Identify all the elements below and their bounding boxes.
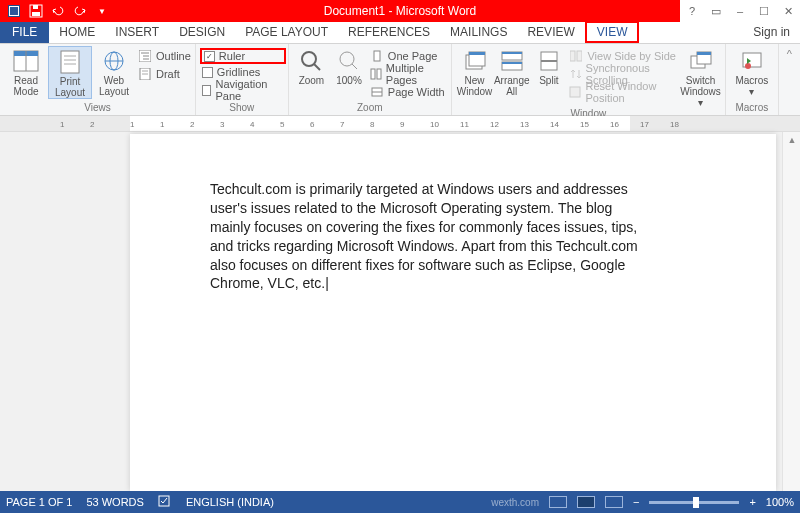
print-layout-view-button[interactable]	[577, 496, 595, 508]
sign-in-link[interactable]: Sign in	[743, 21, 800, 43]
horizontal-ruler[interactable]: 121123456789101112131415161718	[0, 116, 800, 132]
tab-insert[interactable]: INSERT	[105, 21, 169, 43]
zoom-slider[interactable]	[649, 501, 739, 504]
scroll-up-button[interactable]: ▲	[783, 132, 800, 148]
sync-scroll-icon	[569, 67, 581, 81]
print-layout-button[interactable]: Print Layout	[48, 46, 92, 99]
svg-rect-9	[61, 51, 79, 73]
web-layout-view-button[interactable]	[605, 496, 623, 508]
save-button[interactable]	[26, 2, 46, 20]
switch-windows-icon	[687, 48, 715, 74]
zoom-100-button[interactable]: 100%	[330, 46, 368, 86]
ribbon: Read Mode Print Layout Web Layout Outlin…	[0, 44, 800, 116]
svg-rect-38	[502, 62, 522, 64]
macros-button[interactable]: Macros▾	[730, 46, 774, 97]
tab-file[interactable]: FILE	[0, 21, 49, 43]
read-mode-view-button[interactable]	[549, 496, 567, 508]
group-window: New Window Arrange All Split View Side b…	[452, 44, 726, 115]
outline-button[interactable]: Outline	[138, 48, 191, 64]
tab-view[interactable]: VIEW	[585, 21, 640, 43]
help-button[interactable]: ?	[680, 0, 704, 22]
group-zoom: Zoom 100% One Page Multiple Pages Page W…	[289, 44, 452, 115]
group-views-label: Views	[4, 102, 191, 115]
checkbox-icon	[202, 85, 212, 96]
svg-point-23	[302, 52, 316, 66]
split-button[interactable]: Split	[530, 46, 567, 86]
checkbox-icon	[202, 67, 213, 78]
svg-rect-4	[33, 5, 38, 9]
status-bar: PAGE 1 OF 1 53 WORDS ENGLISH (INDIA) wex…	[0, 491, 800, 513]
reset-window-position-button: Reset Window Position	[569, 84, 680, 100]
zoom-100-icon	[335, 48, 363, 74]
new-window-icon	[461, 48, 489, 74]
page-width-icon	[370, 85, 384, 99]
ribbon-tabs: FILE HOME INSERT DESIGN PAGE LAYOUT REFE…	[0, 22, 800, 44]
multiple-pages-icon	[370, 67, 382, 81]
page-width-button[interactable]: Page Width	[370, 84, 447, 100]
reset-window-icon	[569, 85, 581, 99]
maximize-button[interactable]: ☐	[752, 0, 776, 22]
tab-references[interactable]: REFERENCES	[338, 21, 440, 43]
word-count[interactable]: 53 WORDS	[86, 496, 143, 508]
svg-rect-34	[469, 52, 485, 55]
language-indicator[interactable]: ENGLISH (INDIA)	[186, 496, 274, 508]
svg-rect-42	[577, 51, 582, 61]
zoom-level[interactable]: 100%	[766, 496, 794, 508]
zoom-out-button[interactable]: −	[633, 496, 639, 508]
tab-page-layout[interactable]: PAGE LAYOUT	[235, 21, 338, 43]
svg-rect-27	[374, 51, 380, 61]
window-title: Document1 - Microsoft Word	[324, 4, 477, 18]
one-page-icon	[370, 49, 384, 63]
web-layout-button[interactable]: Web Layout	[92, 46, 136, 97]
arrange-all-icon	[498, 48, 526, 74]
group-zoom-label: Zoom	[293, 102, 447, 115]
redo-button[interactable]	[70, 2, 90, 20]
side-by-side-icon	[569, 49, 583, 63]
group-views: Read Mode Print Layout Web Layout Outlin…	[0, 44, 196, 115]
zoom-icon	[297, 48, 325, 74]
undo-button[interactable]	[48, 2, 68, 20]
checkbox-checked-icon: ✓	[204, 51, 215, 62]
svg-rect-5	[32, 12, 40, 16]
svg-line-24	[314, 64, 320, 70]
read-mode-button[interactable]: Read Mode	[4, 46, 48, 97]
close-button[interactable]: ✕	[776, 0, 800, 22]
new-window-button[interactable]: New Window	[456, 46, 493, 97]
group-show: ✓Ruler Gridlines Navigation Pane Show	[196, 44, 289, 115]
svg-rect-41	[570, 51, 575, 61]
tab-mailings[interactable]: MAILINGS	[440, 21, 517, 43]
read-mode-icon	[12, 48, 40, 74]
title-bar: ▼ Document1 - Microsoft Word ? ▭ – ☐ ✕	[0, 0, 800, 22]
collapse-ribbon-button[interactable]: ^	[779, 44, 800, 115]
document-area: 121123456789101112131415161718 Techcult.…	[0, 116, 800, 491]
page-count[interactable]: PAGE 1 OF 1	[6, 496, 72, 508]
ribbon-options-button[interactable]: ▭	[704, 0, 728, 22]
spell-check-icon[interactable]	[158, 495, 172, 509]
svg-rect-29	[377, 69, 381, 79]
svg-line-26	[352, 64, 357, 69]
watermark-text: wexth.com	[491, 497, 539, 508]
macros-icon	[738, 48, 766, 74]
qat-dropdown[interactable]: ▼	[92, 2, 112, 20]
web-layout-icon	[100, 48, 128, 74]
svg-rect-46	[697, 52, 711, 55]
multiple-pages-button[interactable]: Multiple Pages	[370, 66, 447, 82]
word-icon[interactable]	[4, 2, 24, 20]
zoom-button[interactable]: Zoom	[293, 46, 331, 86]
tab-review[interactable]: REVIEW	[517, 21, 584, 43]
tab-design[interactable]: DESIGN	[169, 21, 235, 43]
svg-rect-43	[570, 87, 580, 97]
ruler-checkbox[interactable]: ✓Ruler	[200, 48, 286, 64]
tab-home[interactable]: HOME	[49, 21, 105, 43]
arrange-all-button[interactable]: Arrange All	[493, 46, 530, 97]
switch-windows-button[interactable]: Switch Windows ▾	[680, 46, 721, 108]
split-icon	[535, 48, 563, 74]
group-show-label: Show	[200, 102, 284, 115]
vertical-scrollbar[interactable]: ▲	[782, 132, 800, 491]
navigation-pane-checkbox[interactable]: Navigation Pane	[202, 82, 284, 98]
minimize-button[interactable]: –	[728, 0, 752, 22]
zoom-in-button[interactable]: +	[749, 496, 755, 508]
document-page[interactable]: Techcult.com is primarily targeted at Wi…	[130, 134, 776, 491]
draft-button[interactable]: Draft	[138, 66, 191, 82]
print-layout-icon	[56, 49, 84, 75]
